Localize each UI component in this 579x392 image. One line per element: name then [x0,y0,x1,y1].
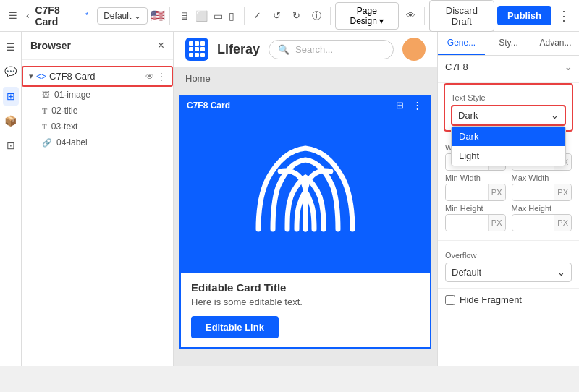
browser-tree: ▾ <> C7F8 Card 👁 ⋮ 🖼 01-image T 02-title… [22,60,173,156]
tree-sub-item-title[interactable]: T 02-title [22,103,173,119]
device-icons: 🖥 ⬜ ▭ ▯ [174,8,240,24]
tree-sub-item-label[interactable]: 🔗 04-label [22,135,173,150]
fingerprint-svg [248,135,363,251]
breadcrumb: Home [174,67,437,90]
fragments-tool-button[interactable]: ⊡ [3,136,19,155]
max-height-label: Max Height [512,204,572,213]
mobile-portrait-button[interactable]: ▯ [227,8,237,24]
left-tool-sidebar: ☰ 💬 ⊞ 📦 ⊡ [0,32,22,366]
publish-button[interactable]: Publish [497,6,551,25]
min-width-label: Min Width [445,174,506,182]
dropdown-option-light[interactable]: Light [452,146,565,166]
max-width-label: Max Width [512,174,572,182]
topbar: ☰ ‹ C7F8 Card* Default ⌄ 🇺🇸 🖥 ⬜ ▭ ▯ ✓ ↺ … [0,0,579,32]
card-link-button[interactable]: Editable Link [191,316,279,338]
tree-item-code-icon: <> [36,72,46,82]
fragment-header: C7F8 Card ⊞ ⋮ [181,97,430,114]
divider3 [330,7,331,25]
topbar-left: ☰ ‹ C7F8 Card* [6,4,88,27]
divider4 [424,7,425,25]
widgets-tool-button[interactable]: 📦 [1,111,20,130]
fragment-more-button[interactable]: ⋮ [410,100,424,111]
tree-sub-label: 02-title [51,106,77,116]
min-height-field: Min Height PX [445,204,506,231]
tree-item-c7f8-card[interactable]: ▾ <> C7F8 Card 👁 ⋮ [22,66,173,87]
more-options-button[interactable]: ⋮ [554,5,573,27]
tab-styles[interactable]: Sty... [485,32,532,55]
fragment-container: C7F8 Card ⊞ ⋮ [179,95,431,349]
mobile-landscape-button[interactable]: ▭ [211,8,225,24]
canvas-area: Liferay 🔍 Search... Home C7F8 Card ⊞ ⋮ [174,32,437,366]
text-style-field-label: Text Style [451,93,566,102]
info-button[interactable]: ⓘ [308,7,326,25]
dropdown-option-dark[interactable]: Dark [452,127,565,146]
max-height-unit: PX [554,215,571,231]
overflow-select[interactable]: Default ⌄ [445,263,572,282]
dropdown-chevron-icon: ⌄ [551,110,559,121]
overflow-label: Overflow [445,251,572,260]
hide-fragment-checkbox[interactable] [445,295,455,305]
browser-panel: Browser × ▾ <> C7F8 Card 👁 ⋮ 🖼 01-image … [22,32,174,366]
tree-sub-item-text[interactable]: T 03-text [22,119,173,135]
page-design-button[interactable]: Page Design ▾ [335,2,399,30]
back-button[interactable]: ‹ [23,7,32,24]
max-width-input[interactable] [512,184,554,200]
undo-button[interactable]: ↺ [269,7,285,24]
tree-item-label: C7F8 Card [49,71,143,82]
browser-panel-toggle[interactable]: ☰ [2,38,19,56]
tree-more-icon[interactable]: ⋮ [157,72,166,82]
tree-eye-icon[interactable]: 👁 [145,72,154,82]
min-width-unit: PX [488,184,505,200]
discard-draft-button[interactable]: Discard Draft [429,0,494,32]
divider2 [244,7,245,25]
tree-image-icon: 🖼 [42,90,50,99]
browser-panel-close-button[interactable]: × [158,39,164,52]
tree-sub-label: 03-text [51,122,78,132]
min-height-unit: PX [488,215,505,231]
section-title: C7F8 [445,61,468,72]
right-panel-tabs: Gene... Sty... Advan... [438,32,579,56]
sidebar-toggle-button[interactable]: ☰ [6,7,20,24]
language-flag[interactable]: 🇺🇸 [151,9,165,22]
tablet-view-button[interactable]: ⬜ [193,8,210,24]
text-style-select[interactable]: Dark ⌄ [451,105,566,126]
unsaved-indicator: * [85,12,88,20]
tree-sub-item-image[interactable]: 🖼 01-image [22,87,173,103]
user-avatar[interactable] [402,38,426,61]
tab-advanced[interactable]: Advan... [532,32,579,55]
text-style-dropdown-container: Dark ⌄ Dark Light [451,105,566,126]
redo-button[interactable]: ↻ [288,7,305,24]
card-text[interactable]: Here is some editable text. [191,297,420,307]
min-width-input[interactable] [446,184,488,200]
card-title[interactable]: Editable Card Title [191,281,420,294]
layers-tool-button[interactable]: ⊞ [3,87,19,106]
card-image-area [181,114,430,273]
collapse-icon[interactable]: ⌄ [565,62,572,72]
comments-tool-button[interactable]: 💬 [1,62,20,81]
max-height-input[interactable] [512,215,554,231]
max-width-unit: PX [554,184,571,200]
check-button[interactable]: ✓ [249,7,266,24]
hide-fragment-row: Hide Fragment [438,289,579,311]
experience-select[interactable]: Default ⌄ [97,7,148,25]
card-content: Editable Card Title Here is some editabl… [181,273,430,347]
section-header: C7F8 ⌄ [445,61,572,72]
liferay-search-bar[interactable]: 🔍 Search... [269,40,394,59]
right-section-header-area: C7F8 ⌄ [438,56,579,83]
tree-text-icon: T [42,122,47,131]
tree-sub-label: 01-image [54,90,90,100]
preview-button[interactable]: 👁 [402,7,420,24]
text-style-dropdown-list: Dark Light [451,126,566,166]
fragment-name: C7F8 Card [187,101,389,111]
max-height-field: Max Height PX [512,204,572,231]
tab-general[interactable]: Gene... [438,32,485,55]
main-layout: ☰ 💬 ⊞ 📦 ⊡ Browser × ▾ <> C7F8 Card 👁 ⋮ 🖼… [0,32,579,366]
browser-panel-title: Browser [30,40,71,51]
search-icon: 🔍 [278,44,290,55]
fragment-edit-button[interactable]: ⊞ [394,100,406,111]
text-style-value: Dark [458,110,478,121]
desktop-view-button[interactable]: 🖥 [177,8,192,24]
hide-fragment-label: Hide Fragment [460,294,522,305]
overflow-chevron-icon: ⌄ [557,267,565,278]
min-height-input[interactable] [446,215,488,231]
